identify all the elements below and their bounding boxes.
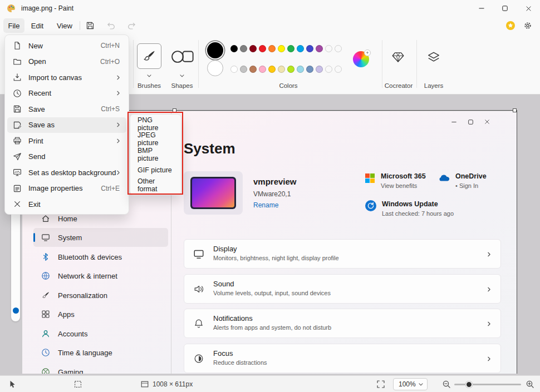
color-swatch[interactable] — [268, 66, 276, 73]
zoom-out-icon[interactable] — [442, 380, 451, 389]
color-swatch[interactable] — [306, 45, 313, 52]
color-swatch[interactable] — [268, 45, 276, 52]
file-menu-item-save[interactable]: Save Ctrl+S — [7, 101, 126, 117]
color-swatch[interactable] — [249, 66, 257, 73]
shapes-dropdown-chevron[interactable] — [179, 72, 185, 79]
import-icon — [13, 73, 22, 82]
color-swatch[interactable] — [240, 66, 247, 73]
cocreator-icon[interactable] — [391, 50, 405, 64]
save-icon — [13, 105, 22, 113]
settings-nav-time-language: Time & language — [33, 343, 168, 362]
shortcut-label: Ctrl+O — [100, 58, 120, 66]
primary-color-swatch[interactable] — [207, 42, 223, 58]
zoom-slider-track[interactable] — [454, 384, 521, 385]
add-color-icon: + — [364, 49, 371, 56]
fit-to-screen-icon[interactable] — [376, 380, 385, 389]
titlebar: image.png - Paint — [0, 0, 540, 17]
selection-handle[interactable] — [513, 108, 517, 112]
menu-item-label: Exit — [28, 200, 41, 209]
close-icon — [525, 5, 532, 12]
paint-app-icon — [7, 4, 16, 13]
file-menu-item-save-as[interactable]: Save as — [7, 117, 126, 133]
color-swatch[interactable] — [278, 66, 285, 73]
color-swatch[interactable] — [259, 66, 266, 73]
file-menu-item-recent[interactable]: Recent — [7, 86, 126, 102]
selection-border-right[interactable] — [517, 110, 517, 374]
color-swatch[interactable] — [297, 45, 304, 52]
submenu-item-gif[interactable]: GIF picture — [132, 162, 179, 178]
minimize-button[interactable] — [470, 0, 493, 17]
empty-color-slot[interactable] — [325, 66, 332, 73]
empty-color-slot[interactable] — [335, 45, 342, 52]
file-menu-item-new[interactable]: New Ctrl+N — [7, 38, 126, 54]
selection-handle[interactable] — [173, 108, 176, 112]
menu-item-label: Open — [28, 57, 46, 66]
quick-card-subtitle: View benefits — [381, 182, 417, 189]
color-swatch[interactable] — [306, 66, 313, 73]
color-swatch[interactable] — [287, 66, 294, 73]
settings-nav-personalization: Personalization — [33, 286, 168, 305]
redo-button[interactable] — [127, 21, 136, 30]
color-swatch[interactable] — [240, 45, 247, 52]
submenu-item-jpeg[interactable]: JPEG picture — [132, 132, 179, 147]
file-menu-item-exit[interactable]: Exit — [7, 196, 126, 212]
color-swatch[interactable] — [230, 45, 238, 52]
file-menu-item-print[interactable]: Print — [7, 133, 126, 149]
save-quick-button[interactable] — [86, 21, 95, 30]
color-swatch[interactable] — [287, 45, 294, 52]
nav-label: Apps — [58, 310, 75, 319]
chevron-right-icon — [485, 355, 493, 363]
close-button[interactable] — [517, 0, 540, 17]
bluetooth-icon — [41, 252, 50, 261]
edit-menu-button[interactable]: Edit — [27, 18, 48, 33]
color-swatch[interactable] — [297, 66, 304, 73]
empty-color-slot[interactable] — [325, 45, 332, 52]
device-screen-wallpaper — [192, 178, 234, 207]
file-menu-item-open[interactable]: Open Ctrl+O — [7, 54, 126, 70]
submenu-item-bmp[interactable]: BMP picture — [132, 147, 179, 162]
exit-icon — [13, 200, 22, 209]
settings-gear-icon[interactable] — [523, 21, 532, 30]
view-menu-button[interactable]: View — [53, 18, 76, 33]
brushes-button[interactable] — [137, 43, 161, 69]
quick-card-title: Windows Update — [382, 200, 438, 208]
zoom-in-icon[interactable] — [526, 380, 534, 389]
send-icon — [13, 152, 22, 161]
brushes-group-label: Brushes — [134, 82, 165, 89]
device-image — [184, 171, 243, 215]
file-menu-item-import-to-canvas[interactable]: Import to canvas — [7, 70, 126, 86]
settings-close-icon — [479, 116, 495, 128]
submenu-item-other-format[interactable]: Other format — [132, 177, 179, 193]
color-swatch[interactable] — [259, 45, 266, 52]
settings-page-title: System — [184, 140, 235, 157]
layers-icon[interactable] — [426, 50, 441, 64]
file-menu-item-set-as-desktop-background[interactable]: Set as desktop background — [7, 165, 126, 181]
open-folder-icon — [13, 57, 22, 66]
maximize-button[interactable] — [493, 0, 517, 17]
secondary-color-swatch[interactable] — [207, 60, 223, 76]
submenu-item-png[interactable]: PNG picture — [132, 116, 179, 132]
shapes-icon[interactable] — [170, 48, 194, 66]
color-swatch[interactable] — [316, 45, 323, 52]
rewards-icon[interactable] — [505, 21, 516, 31]
file-menu-button[interactable]: File — [3, 18, 24, 33]
color-swatch[interactable] — [316, 66, 323, 73]
menu-item-label: Print — [28, 137, 43, 145]
brushes-dropdown-chevron[interactable] — [146, 72, 153, 79]
menubar: File Edit View — [0, 17, 540, 34]
zoom-level-dropdown[interactable]: 100% — [393, 378, 428, 390]
color-swatch[interactable] — [230, 66, 238, 73]
card-title: Sound — [213, 280, 234, 288]
edit-colors-wheel[interactable]: + — [353, 51, 369, 67]
zoom-slider-thumb[interactable] — [465, 381, 473, 388]
undo-button[interactable] — [107, 21, 116, 30]
color-swatch[interactable] — [249, 45, 257, 52]
xbox-icon — [41, 368, 50, 374]
colors-group-label: Colors — [255, 82, 322, 89]
file-menu-item-send[interactable]: Send — [7, 149, 126, 165]
menubar-divider — [80, 21, 80, 30]
settings-nav-apps: Apps — [33, 305, 168, 324]
color-swatch[interactable] — [278, 45, 285, 52]
file-menu-item-image-properties[interactable]: Image properties Ctrl+E — [7, 181, 126, 197]
empty-color-slot[interactable] — [335, 66, 342, 73]
